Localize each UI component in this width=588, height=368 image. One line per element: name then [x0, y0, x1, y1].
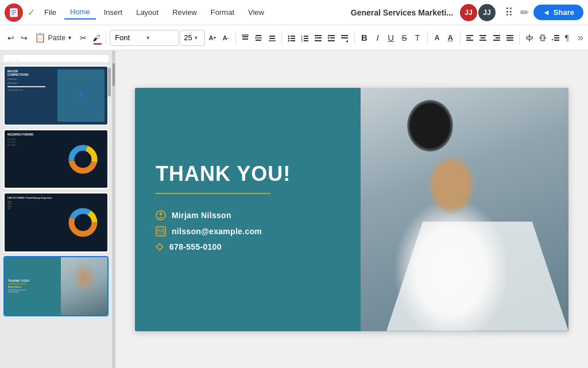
align-middle-button[interactable] — [253, 30, 265, 46]
app-logo[interactable] — [5, 3, 23, 22]
svg-rect-31 — [330, 37, 335, 38]
text-style-button[interactable]: T — [412, 30, 424, 46]
svg-text:3.: 3. — [301, 39, 303, 42]
svg-rect-34 — [341, 37, 348, 38]
contact-email: nilsson@example.com — [172, 227, 262, 236]
highlight-icon: A — [435, 34, 440, 42]
increase-font-button[interactable]: A+ — [206, 30, 218, 46]
paragraph-style-button[interactable]: ¶ — [563, 30, 575, 46]
redo-button[interactable]: ↪ — [18, 30, 30, 46]
vertical-middle-align-button[interactable] — [536, 30, 548, 46]
strikethrough-button[interactable]: S — [398, 30, 410, 46]
svg-rect-52 — [554, 35, 559, 36]
svg-rect-22 — [304, 38, 308, 39]
italic-button[interactable]: I — [372, 30, 384, 46]
text-align-center-button[interactable] — [477, 30, 489, 46]
text-color-icon: A — [448, 33, 453, 42]
bold-button[interactable]: B — [358, 30, 370, 46]
font-size-selector[interactable]: 25 ▼ — [180, 30, 205, 46]
text-color-button[interactable]: A — [444, 30, 457, 46]
grid-icon[interactable]: ⠿ — [505, 6, 513, 20]
menu-review[interactable]: Review — [167, 6, 203, 19]
menu-home[interactable]: Home — [64, 5, 96, 20]
svg-rect-68 — [158, 229, 164, 234]
svg-rect-36 — [466, 35, 473, 36]
menu-file[interactable]: File — [38, 6, 62, 19]
avatar-2[interactable]: JJ — [478, 4, 496, 21]
text-align-justify-button[interactable] — [504, 30, 516, 46]
slide-thumb-5[interactable]: THANK YOU! Mirjam Nilsson nilsson@exampl… — [3, 256, 109, 316]
canvas-area: THANK YOU! Mirjam Nilsson — [115, 51, 588, 368]
paste-button[interactable]: 📋 Paste ▼ — [31, 30, 76, 46]
align-top-button[interactable] — [239, 30, 252, 46]
svg-rect-7 — [256, 35, 261, 36]
slide-panel: Series Name MAJORCOMPETITORS Heading 1 — [0, 51, 112, 368]
svg-rect-44 — [493, 40, 500, 41]
svg-point-67 — [160, 212, 163, 215]
svg-point-66 — [78, 218, 87, 227]
svg-rect-38 — [466, 40, 473, 41]
contact-phone-item: 678-555-0100 — [156, 242, 340, 251]
svg-rect-51 — [541, 35, 544, 41]
rtl-button[interactable] — [339, 30, 351, 46]
bulleted-list-button[interactable] — [285, 30, 297, 46]
svg-rect-54 — [554, 40, 559, 41]
separator-1 — [106, 31, 106, 45]
edit-icon[interactable]: ✏ — [520, 6, 529, 19]
slide-thumb-3[interactable]: REQUIRED FUNDING $3.5,000 – $1.0,000 – $… — [3, 129, 109, 189]
slide-thumb-4[interactable]: USE OF FUNDS: Fixed Startup Expenses 88%… — [3, 192, 109, 253]
slide-title: THANK YOU! — [156, 162, 340, 186]
paint-underline — [94, 43, 102, 45]
svg-marker-26 — [315, 37, 316, 39]
indent-decrease-button[interactable] — [312, 30, 324, 46]
menu-view[interactable]: View — [242, 6, 270, 19]
check-icon[interactable]: ✓ — [28, 7, 35, 18]
text-align-left-button[interactable] — [464, 30, 476, 46]
font-name: Font — [115, 33, 143, 42]
svg-text:¶: ¶ — [565, 34, 569, 42]
paste-icon: 📋 — [34, 32, 46, 43]
align-bottom-button[interactable] — [266, 30, 278, 46]
svg-rect-28 — [315, 40, 322, 41]
line-spacing-button[interactable] — [550, 30, 562, 46]
slide-canvas: THANK YOU! Mirjam Nilsson — [135, 88, 568, 331]
font-selector[interactable]: Font ▼ — [110, 30, 179, 46]
highlight-button[interactable]: A — [431, 30, 443, 46]
undo-button[interactable]: ↩ — [5, 30, 17, 46]
separator-2 — [235, 31, 236, 45]
text-align-right-button[interactable] — [490, 30, 502, 46]
svg-rect-39 — [479, 35, 486, 36]
svg-point-13 — [288, 35, 289, 37]
svg-rect-32 — [328, 40, 335, 41]
decrease-font-button[interactable]: A- — [220, 30, 232, 46]
paint-icon: 🖌 — [92, 33, 100, 42]
menu-insert[interactable]: Insert — [98, 6, 129, 19]
svg-rect-37 — [466, 37, 471, 38]
share-icon: ◄ — [543, 8, 550, 17]
font-size-dropdown-icon: ▼ — [194, 35, 199, 41]
more-options-button[interactable]: » — [578, 32, 583, 44]
slide-thumb-1[interactable]: Series Name — [3, 55, 109, 62]
panel-scrollbar[interactable] — [108, 68, 111, 96]
panel-scroll-thumb[interactable] — [113, 63, 115, 86]
cut-button[interactable]: ✂ — [77, 30, 89, 46]
svg-rect-1 — [11, 10, 16, 11]
underline-button[interactable]: U — [385, 30, 397, 46]
svg-rect-20 — [304, 36, 308, 37]
indent-increase-button[interactable] — [326, 30, 338, 46]
vertical-align-button[interactable] — [523, 30, 535, 46]
separator-3 — [281, 31, 282, 45]
numbered-list-button[interactable]: 1.2.3. — [299, 30, 311, 46]
paint-format-button[interactable]: 🖌 — [90, 30, 102, 46]
slide-thumb-2[interactable]: MAJORCOMPETITORS Heading 1 Heading 2 Lor… — [3, 65, 109, 126]
avatar-1[interactable]: JJ — [460, 4, 477, 21]
slide-content: THANK YOU! Mirjam Nilsson — [135, 88, 361, 331]
separator-7 — [519, 31, 520, 45]
toolbar: ↩ ↪ 📋 Paste ▼ ✂ 🖌 Font ▼ 25 ▼ A+ A- 1.2.… — [0, 25, 588, 51]
svg-rect-43 — [496, 37, 500, 38]
share-button[interactable]: ◄ Share — [533, 5, 583, 20]
menu-layout[interactable]: Layout — [130, 6, 164, 19]
svg-rect-27 — [317, 37, 322, 38]
menu-format[interactable]: Format — [205, 6, 240, 19]
svg-marker-35 — [346, 40, 348, 42]
